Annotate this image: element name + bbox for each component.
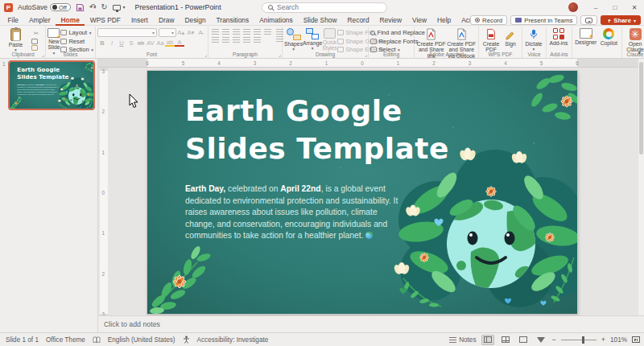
align-center-button[interactable]	[222, 37, 229, 43]
tab-file[interactable]: File	[2, 15, 24, 26]
clear-formatting-button[interactable]: A̶	[196, 29, 205, 37]
open-claude-button[interactable]: ✳ Open Claude	[624, 27, 644, 53]
tab-transitions[interactable]: Transitions	[211, 15, 254, 26]
dialog-launcher-icon[interactable]: ⌟	[42, 51, 44, 58]
justify-button[interactable]	[243, 37, 250, 43]
redo-button[interactable]: ↻	[101, 3, 107, 11]
slide-canvas[interactable]: Earth Google Slides Template Earth Day, …	[147, 71, 577, 314]
line-spacing-button[interactable]	[254, 29, 261, 35]
vertical-ruler[interactable]: 3210123	[100, 68, 108, 315]
shapes-button[interactable]: Shapes ▾	[284, 27, 303, 51]
tab-design[interactable]: Design	[180, 15, 211, 26]
align-right-button[interactable]	[233, 37, 240, 43]
arrange-button[interactable]: Arrange ▾	[303, 27, 322, 50]
font-size-combo[interactable]: ▾	[159, 28, 176, 37]
character-spacing-button[interactable]: AV	[146, 39, 155, 47]
tab-insert[interactable]: Insert	[126, 15, 153, 26]
customize-qat-button[interactable]: ▾	[123, 3, 126, 11]
notes-toggle-button[interactable]: Notes	[449, 336, 476, 344]
layout-button[interactable]: Layout▾	[60, 29, 93, 36]
align-left-button[interactable]	[212, 37, 219, 43]
tab-animations[interactable]: Animations	[254, 15, 298, 26]
reset-button[interactable]: Reset	[60, 38, 93, 45]
user-avatar[interactable]	[568, 2, 578, 12]
dialog-launcher-icon[interactable]: ⌟	[365, 51, 367, 58]
tab-view[interactable]: View	[407, 15, 432, 26]
underline-button[interactable]: U	[117, 39, 126, 47]
close-button[interactable]: ✕	[625, 0, 644, 14]
save-button[interactable]	[76, 3, 85, 12]
new-slide-button[interactable]: New Slide ▾	[47, 27, 60, 55]
slide-title[interactable]: Earth Google Slides Template	[185, 92, 449, 167]
bold-button[interactable]: B	[97, 39, 107, 47]
create-pdf-button[interactable]: Create PDF	[481, 27, 502, 53]
normal-view-button[interactable]	[481, 335, 494, 345]
indent-decrease-button[interactable]	[233, 29, 240, 35]
decrease-font-size-button[interactable]: A▾	[186, 29, 196, 37]
accessibility-button[interactable]	[183, 336, 190, 344]
copy-button[interactable]	[31, 39, 38, 44]
tab-ampler[interactable]: Ampler	[24, 15, 56, 26]
cut-button[interactable]: ✂	[31, 29, 41, 37]
language-indicator[interactable]: English (United States)	[108, 336, 175, 344]
fit-slide-to-window-button[interactable]	[632, 336, 640, 343]
paste-button[interactable]: Paste ▾	[2, 27, 29, 51]
notes-pane[interactable]: Click to add notes	[98, 315, 644, 332]
maximize-button[interactable]: □	[605, 0, 625, 14]
zoom-out-button[interactable]: −	[552, 336, 556, 344]
theme-name[interactable]: Office Theme	[46, 336, 85, 344]
spellcheck-button[interactable]	[93, 336, 101, 344]
zoom-in-button[interactable]: +	[601, 336, 605, 344]
start-slideshow-button[interactable]	[113, 5, 121, 10]
sign-button[interactable]: Sign	[502, 27, 519, 47]
strikethrough-button[interactable]: ab	[136, 39, 146, 47]
bullets-button[interactable]	[212, 29, 219, 35]
numbering-button[interactable]	[222, 29, 229, 35]
slide-1-thumbnail[interactable]: Earth Google Slides Template Earth Day, …	[8, 60, 95, 110]
dialog-launcher-icon[interactable]: ⌟	[279, 51, 281, 58]
tab-help[interactable]: Help	[432, 15, 456, 26]
dialog-launcher-icon[interactable]: ⌟	[204, 51, 207, 58]
accessibility-status[interactable]: Accessibility: Investigate	[197, 336, 269, 344]
tab-record[interactable]: Record	[342, 15, 374, 26]
zoom-slider[interactable]	[561, 336, 597, 344]
italic-button[interactable]: I	[107, 39, 117, 47]
tab-home[interactable]: Home	[56, 15, 85, 26]
zoom-level[interactable]: 101%	[610, 336, 627, 344]
tab-review[interactable]: Review	[374, 15, 407, 26]
undo-button[interactable]: ↶▾	[89, 3, 96, 11]
columns-button[interactable]	[254, 37, 261, 43]
format-painter-button[interactable]	[31, 45, 38, 51]
shadow-button[interactable]: S	[126, 39, 136, 47]
zoom-slider-thumb[interactable]	[582, 336, 584, 344]
designer-button[interactable]: Designer	[574, 27, 597, 45]
horizontal-ruler[interactable]: 6543210123456	[98, 59, 644, 68]
tab-draw[interactable]: Draw	[153, 15, 180, 26]
tab-wps-pdf[interactable]: WPS PDF	[85, 15, 126, 26]
copilot-button[interactable]: Copilot	[597, 27, 620, 46]
slide-sorter-view-button[interactable]	[499, 335, 512, 345]
share-button[interactable]: Share▾	[601, 15, 641, 25]
quick-styles-button[interactable]: Quick Styles	[322, 27, 337, 51]
font-color-button[interactable]: A	[175, 39, 184, 47]
collapse-ribbon-button[interactable]: ▾	[638, 50, 641, 56]
font-name-combo[interactable]: ▾	[97, 28, 157, 37]
present-in-teams-button[interactable]: Present in Teams	[510, 15, 577, 25]
search-box[interactable]: Search	[262, 2, 387, 13]
increase-font-size-button[interactable]: A▴	[176, 29, 186, 37]
highlight-color-button[interactable]: ab	[165, 39, 175, 47]
tab-slide-show[interactable]: Slide Show	[298, 15, 342, 26]
autosave-toggle[interactable]: AutoSave Off	[18, 3, 71, 11]
reading-view-button[interactable]	[517, 335, 530, 345]
minimize-button[interactable]: –	[586, 0, 605, 14]
text-direction-button[interactable]	[264, 29, 271, 35]
record-button[interactable]: Record	[470, 15, 507, 25]
change-case-button[interactable]: Aa	[155, 39, 165, 47]
slideshow-view-button[interactable]	[535, 335, 547, 345]
scrollbar-thumb[interactable]	[639, 62, 643, 154]
slide-body-text[interactable]: Earth Day, celebrated on April 22nd, is …	[185, 183, 409, 242]
comments-button[interactable]	[580, 15, 597, 25]
addins-button[interactable]: Add-ins	[548, 27, 569, 46]
dictate-button[interactable]: Dictate ▾	[524, 27, 543, 51]
indent-increase-button[interactable]	[243, 29, 250, 35]
